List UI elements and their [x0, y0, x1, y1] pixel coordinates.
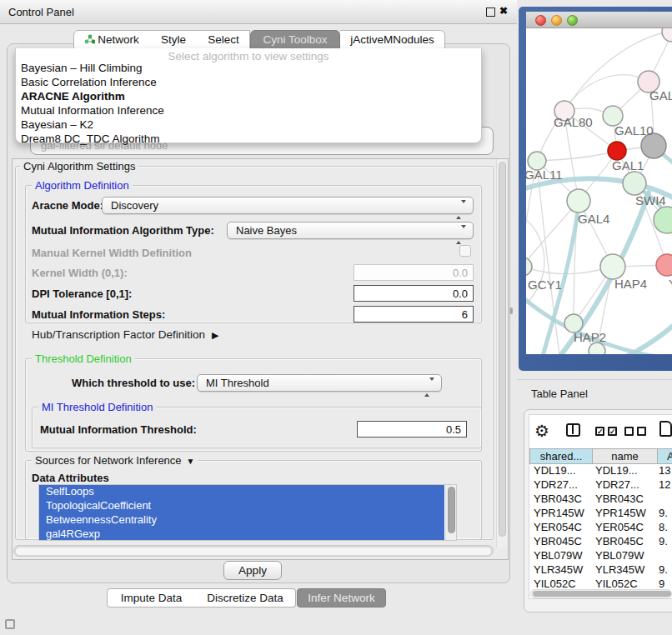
mi-threshold-field[interactable]: 0.5 — [357, 421, 467, 438]
tab-impute-data[interactable]: Impute Data — [107, 588, 196, 608]
aracne-mode-label: Aracne Mode: — [32, 199, 103, 212]
unchecked-checkbox-icon[interactable] — [637, 427, 646, 436]
column-header-shared[interactable]: shared... — [529, 448, 593, 464]
close-icon[interactable]: ✖ — [499, 5, 508, 17]
document-icon[interactable] — [659, 421, 672, 437]
list-item[interactable]: BetweennessCentrality — [39, 513, 444, 528]
mi-steps-field[interactable]: 6 — [354, 306, 474, 322]
algorithm-dropdown[interactable]: Select algorithm to view settings Bayesi… — [15, 48, 482, 143]
minimize-traffic-light-icon[interactable] — [551, 15, 562, 26]
network-node-gal1[interactable] — [608, 142, 626, 160]
column-header-name[interactable]: name — [592, 448, 658, 464]
node-label: GAL10 — [614, 123, 654, 138]
cell-shared: YBR043C — [534, 492, 592, 507]
settings-vscrollbar[interactable] — [496, 159, 508, 548]
tab-label: Network — [98, 33, 139, 46]
dpi-tolerance-label: DPI Tolerance [0,1]: — [32, 288, 132, 300]
collapse-down-icon[interactable]: ▼ — [187, 457, 195, 466]
node-label: SWI4 — [635, 193, 666, 208]
cell-name: YBL079W — [595, 549, 657, 563]
network-node-gal4[interactable] — [567, 189, 590, 212]
tab-label: Select — [208, 33, 239, 46]
list-scrollbar-thumb[interactable] — [448, 487, 455, 533]
split-columns-icon[interactable] — [566, 423, 580, 437]
cell-name: YPR145W — [595, 507, 657, 521]
data-attributes-list[interactable]: SelfLoops TopologicalCoefficient Between… — [38, 484, 457, 541]
network-node-gcy1[interactable] — [526, 258, 532, 276]
mi-type-select[interactable]: Naive Bayes — [227, 222, 474, 239]
settings-hscrollbar[interactable] — [13, 545, 494, 557]
table-body: YDL19... YDL19... 13 YDR27... YDR27... 1… — [529, 464, 672, 588]
dropdown-item[interactable]: Bayesian – K2 — [21, 118, 471, 132]
column-header-a[interactable]: A — [657, 448, 672, 464]
tab-discretize-data[interactable]: Discretize Data — [195, 588, 296, 608]
dropdown-item[interactable]: Bayesian – Hill Climbing — [21, 61, 471, 75]
kernel-width-label: Kernel Width (0,1): — [32, 267, 128, 279]
mi-threshold-group-title: MI Threshold Definition — [38, 401, 156, 413]
tab-network[interactable]: Network — [73, 30, 150, 49]
dropdown-item-selected[interactable]: ARACNE Algorithm — [21, 89, 471, 103]
control-panel-titlebar[interactable]: Control Panel ✖ — [0, 0, 517, 24]
manual-kernel-checkbox[interactable] — [459, 245, 471, 257]
mi-steps-label: Mutual Information Steps: — [32, 308, 165, 321]
list-scrollbar[interactable] — [445, 485, 457, 541]
dropdown-item[interactable]: Basic Correlation Inference — [21, 75, 471, 89]
network-node-hap4[interactable] — [600, 254, 625, 279]
dpi-tolerance-field[interactable]: 0.0 — [354, 285, 474, 302]
gear-icon[interactable]: ⚙ — [534, 421, 549, 441]
apply-button[interactable]: Apply — [223, 561, 282, 580]
settings-hscrollbar-thumb[interactable] — [16, 548, 491, 555]
cell-shared: YER054C — [534, 521, 592, 535]
unchecked-checkbox-icon[interactable] — [624, 427, 634, 436]
network-node-swi4[interactable] — [623, 172, 646, 195]
tab-select[interactable]: Select — [198, 30, 250, 49]
cell-value — [659, 492, 672, 507]
network-node[interactable] — [656, 254, 672, 276]
settings-vscrollbar-thumb[interactable] — [499, 162, 506, 537]
which-threshold-select[interactable]: MI Threshold — [197, 374, 442, 392]
combo-spinner-icon — [456, 202, 466, 218]
cell-shared: YIL052C — [534, 578, 592, 588]
dropdown-item[interactable]: Mutual Information Inference — [21, 103, 471, 118]
float-window-icon[interactable] — [486, 8, 495, 17]
checked-checkbox-icon[interactable]: ✓ — [595, 427, 604, 436]
mi-threshold-label: Mutual Information Threshold: — [40, 423, 197, 436]
network-node[interactable] — [589, 342, 605, 354]
list-item[interactable]: gal4RGexp — [39, 528, 444, 541]
tab-cyni-toolbox[interactable]: Cyni Toolbox — [250, 30, 340, 49]
checked-checkbox-icon[interactable]: ✓ — [608, 427, 617, 436]
network-node[interactable] — [654, 207, 672, 233]
cell-name: YLR345W — [595, 563, 657, 578]
dropdown-item[interactable]: Dream8 DC_TDC Algorithm — [21, 132, 471, 146]
node-label: GCY1 — [528, 278, 562, 292]
cell-shared: YLR345W — [534, 563, 592, 578]
network-node[interactable] — [662, 28, 672, 42]
divider — [517, 379, 672, 380]
hub-section-toggle[interactable]: Hub/Transcription Factor Definition▶ — [32, 328, 219, 341]
splitter-handle[interactable] — [509, 308, 513, 314]
expand-right-icon[interactable]: ▶ — [212, 330, 218, 341]
tab-infer-network[interactable]: Infer Network — [297, 588, 386, 608]
zoom-traffic-light-icon[interactable] — [567, 15, 578, 26]
close-traffic-light-icon[interactable] — [535, 15, 546, 26]
table-hscrollbar[interactable] — [530, 589, 672, 598]
aracne-mode-select[interactable]: Discovery — [102, 197, 474, 214]
hub-section-label: Hub/Transcription Factor Definition — [32, 328, 205, 341]
list-item[interactable]: TopologicalCoefficient — [39, 499, 444, 513]
manual-kernel-label: Manual Kernel Width Definition — [32, 247, 192, 259]
tab-label: jActiveMNodules — [350, 33, 434, 46]
network-window-titlebar[interactable] — [526, 12, 672, 28]
collapsed-panel-icon[interactable] — [5, 619, 15, 629]
kernel-width-field[interactable]: 0.0 — [354, 264, 474, 281]
node-label: GAL1 — [612, 158, 644, 172]
sources-toggle[interactable]: Sources for Network Inference▼ — [32, 454, 198, 467]
list-item[interactable]: SelfLoops — [39, 485, 444, 499]
tab-label: Style — [161, 33, 186, 46]
network-canvas[interactable]: GAL GAL80 GAL10 GAL1 GAL11 SWI4 GAL4 GCY… — [526, 28, 672, 354]
table-hscrollbar-thumb[interactable] — [533, 591, 671, 597]
tab-style[interactable]: Style — [149, 30, 198, 49]
tab-jactivemnodules[interactable]: jActiveMNodules — [340, 30, 445, 49]
which-threshold-value: MI Threshold — [206, 377, 269, 389]
data-attributes-label: Data Attributes — [32, 472, 109, 484]
algorithm-definition-title: Algorithm Definition — [32, 179, 133, 192]
